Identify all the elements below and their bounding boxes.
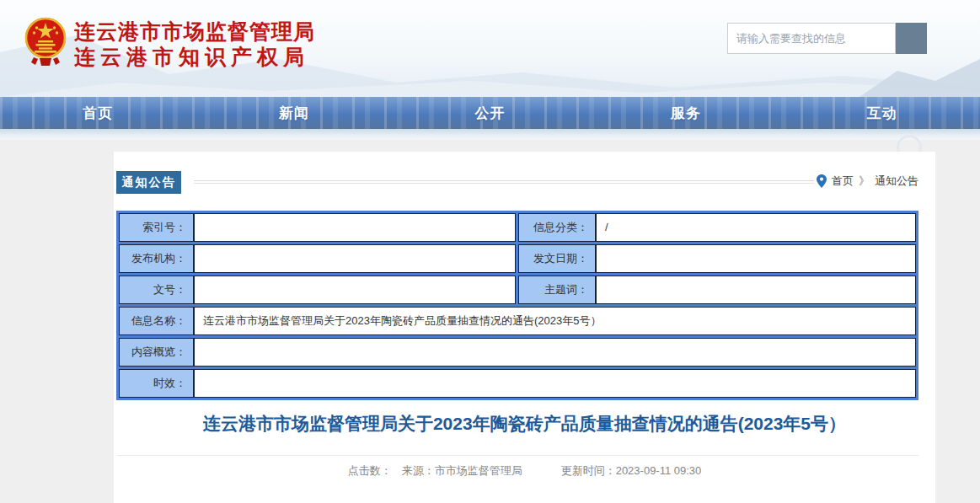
- article-title: 连云港市市场监督管理局关于2023年陶瓷砖产品质量抽查情况的通告(2023年5号…: [114, 411, 935, 436]
- nav-item-public[interactable]: 公开: [392, 97, 588, 129]
- info-value-cell: [596, 244, 916, 273]
- info-label-cell: 信息名称：: [119, 307, 194, 335]
- content-card: 通知公告 首页 》 通知公告 索引号： 信息分类： / 发布机构： 发文日期：: [114, 152, 935, 503]
- breadcrumb-home-link[interactable]: 首页: [832, 174, 854, 189]
- main-nav: 首页 新闻 公开 服务 互动: [0, 97, 980, 129]
- info-label-cell: 发布机构：: [119, 244, 194, 273]
- meta-clicks: 点击数：: [348, 463, 392, 479]
- title-divider: [116, 455, 918, 456]
- tab-notice-announcements[interactable]: 通知公告: [116, 171, 181, 194]
- location-pin-icon: [817, 174, 827, 188]
- info-value-cell: 连云港市市场监督管理局关于2023年陶瓷砖产品质量抽查情况的通告(2023年5号…: [194, 307, 916, 335]
- nav-item-news[interactable]: 新闻: [196, 97, 393, 129]
- page: 连云港市市场监督管理局 连云港市知识产权局 首页 新闻 公开 服务 互动 通知公…: [0, 0, 980, 503]
- table-row: 时效：: [119, 369, 916, 398]
- table-row: 信息名称： 连云港市市场监督管理局关于2023年陶瓷砖产品质量抽查情况的通告(2…: [119, 307, 916, 335]
- breadcrumb-current-link[interactable]: 通知公告: [875, 174, 918, 189]
- org-names: 连云港市市场监督管理局 连云港市知识产权局: [74, 19, 315, 69]
- table-row: 文号： 主题词：: [119, 276, 916, 304]
- table-row: 索引号： 信息分类： /: [119, 213, 916, 242]
- document-info-table: 索引号： 信息分类： / 发布机构： 发文日期： 文号： 主题词： 信息名称： …: [116, 211, 918, 400]
- table-row: 内容概览：: [119, 338, 916, 367]
- nav-item-home[interactable]: 首页: [0, 97, 196, 129]
- info-label-cell: 索引号：: [119, 213, 194, 242]
- breadcrumb: 首页 》 通知公告: [817, 174, 918, 189]
- meta-updated: 更新时间：2023-09-11 09:30: [561, 463, 702, 479]
- site-search: [727, 23, 927, 54]
- info-value-cell: [194, 213, 516, 242]
- table-row: 发布机构： 发文日期：: [119, 244, 916, 273]
- info-label-cell: 主题词：: [518, 276, 596, 304]
- meta-source: 来源：市市场监督管理局: [402, 463, 522, 479]
- info-label-cell: 发文日期：: [518, 244, 596, 273]
- china-national-emblem-icon: [22, 16, 69, 67]
- info-label-cell: 文号：: [119, 276, 194, 304]
- info-value-cell: [194, 369, 916, 398]
- search-button[interactable]: [896, 23, 927, 54]
- banner-shoreline: [0, 129, 980, 140]
- section-divider: [194, 180, 814, 184]
- site-logo[interactable]: 连云港市市场监督管理局 连云港市知识产权局: [0, 0, 404, 80]
- article-meta: 点击数： 来源：市市场监督管理局 更新时间：2023-09-11 09:30: [114, 463, 935, 479]
- org-name-line2: 连云港市知识产权局: [74, 44, 315, 69]
- info-value-cell: /: [596, 213, 916, 242]
- breadcrumb-separator: 》: [859, 174, 870, 189]
- info-label-cell: 内容概览：: [119, 338, 194, 367]
- info-value-cell: [194, 244, 516, 273]
- info-label-cell: 时效：: [119, 369, 194, 398]
- info-value-cell: [194, 338, 916, 367]
- info-value-cell: [194, 276, 516, 304]
- nav-item-interact[interactable]: 互动: [784, 97, 980, 129]
- info-label-cell: 信息分类：: [518, 213, 596, 242]
- info-value-cell: [596, 276, 916, 304]
- search-input[interactable]: [727, 23, 896, 54]
- nav-item-services[interactable]: 服务: [588, 97, 785, 129]
- org-name-line1: 连云港市市场监督管理局: [74, 19, 315, 44]
